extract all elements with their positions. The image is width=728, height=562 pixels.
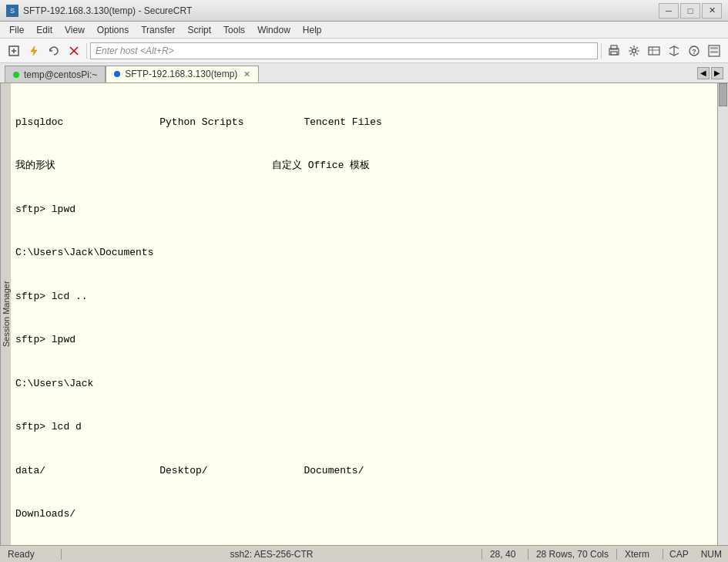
toolbar-lightning-button[interactable]: [25, 42, 43, 60]
titlebar-buttons: ─ □ ✕: [659, 3, 722, 19]
term-line-6: sftp> lpwd: [15, 333, 713, 348]
toolbar-settings-button[interactable]: [625, 42, 643, 60]
svg-rect-10: [611, 52, 617, 55]
status-position: 28, 40: [482, 549, 528, 560]
svg-point-11: [632, 49, 636, 52]
term-line-10: Downloads/: [15, 507, 713, 522]
scrollbar-track[interactable]: [717, 83, 728, 545]
close-button[interactable]: ✕: [702, 3, 722, 19]
svg-text:?: ?: [692, 48, 696, 56]
tab-status-dot: [13, 72, 19, 78]
app-icon: S: [6, 5, 18, 17]
menu-item-file[interactable]: File: [3, 23, 30, 37]
maximize-button[interactable]: □: [680, 3, 700, 19]
svg-marker-5: [31, 46, 37, 56]
term-line-4: C:\Users\Jack\Documents: [15, 246, 713, 261]
terminal-content: plsqldoc Python Scripts Tencent Files 我的…: [15, 86, 713, 545]
menu-item-view[interactable]: View: [59, 23, 91, 37]
tab-sftp[interactable]: SFTP-192.168.3.130(temp) ✕: [106, 66, 259, 82]
session-manager-sidebar[interactable]: Session Manager: [0, 83, 11, 545]
tab-next-button[interactable]: ▶: [711, 67, 723, 79]
minimize-button[interactable]: ─: [659, 3, 679, 19]
tab-centos-label: temp@centosPi:~: [24, 69, 97, 80]
window-title: SFTP-192.168.3.130(temp) - SecureCRT: [23, 5, 659, 16]
toolbar-panel-button[interactable]: [705, 42, 723, 60]
main-wrapper: Session Manager plsqldoc Python Scripts …: [0, 83, 728, 545]
toolbar-disconnect-button[interactable]: [65, 42, 83, 60]
status-ssh: ssh2: AES-256-CTR: [62, 549, 482, 560]
tab-sftp-label: SFTP-192.168.3.130(temp): [125, 69, 237, 79]
tab-sftp-dot: [114, 71, 120, 77]
tab-prev-button[interactable]: ◀: [697, 67, 710, 79]
tab-centos[interactable]: temp@centosPi:~: [5, 66, 106, 82]
terminal-area[interactable]: plsqldoc Python Scripts Tencent Files 我的…: [11, 83, 717, 545]
svg-rect-20: [710, 51, 718, 53]
menu-item-help[interactable]: Help: [297, 23, 328, 37]
svg-rect-12: [649, 47, 659, 55]
toolbar-map-button[interactable]: [645, 42, 663, 60]
scrollbar-thumb[interactable]: [719, 83, 727, 106]
status-ready: Ready: [0, 549, 62, 560]
toolbar-separator-2: [601, 43, 602, 59]
toolbar-reconnect-button[interactable]: [45, 42, 63, 60]
toolbar-new-button[interactable]: [5, 42, 23, 60]
titlebar: S SFTP-192.168.3.130(temp) - SecureCRT ─…: [0, 0, 728, 22]
menu-item-edit[interactable]: Edit: [30, 23, 59, 37]
status-rows-cols: 28 Rows, 70 Cols: [528, 549, 617, 560]
menu-item-window[interactable]: Window: [251, 23, 297, 37]
tab-close-button[interactable]: ✕: [243, 69, 250, 79]
svg-rect-19: [710, 47, 718, 49]
term-line-7: C:\Users\Jack: [15, 377, 713, 392]
statusbar: Ready ssh2: AES-256-CTR 28, 40 28 Rows, …: [0, 545, 728, 562]
toolbar-transfer-button[interactable]: [665, 42, 683, 60]
term-line-1: plsqldoc Python Scripts Tencent Files: [15, 116, 713, 130]
term-line-3: sftp> lpwd: [15, 203, 713, 217]
menu-item-tools[interactable]: Tools: [217, 23, 251, 37]
status-terminal: Xterm: [617, 549, 663, 560]
toolbar-separator-1: [86, 43, 87, 59]
status-cap: CAP: [663, 549, 695, 560]
tab-navigation: ◀ ▶: [697, 67, 723, 79]
menu-item-script[interactable]: Script: [181, 23, 217, 37]
term-line-8: sftp> lcd d: [15, 420, 713, 435]
address-input[interactable]: [90, 42, 598, 59]
menubar: FileEditViewOptionsTransferScriptToolsWi…: [0, 22, 728, 39]
term-line-2: 我的形状 自定义 Office 模板: [15, 159, 713, 173]
menu-item-options[interactable]: Options: [91, 23, 135, 37]
term-line-5: sftp> lcd ..: [15, 290, 713, 305]
status-num: NUM: [695, 549, 728, 560]
svg-text:S: S: [10, 7, 15, 15]
toolbar-help-button[interactable]: ?: [685, 42, 703, 60]
toolbar-print-button[interactable]: [605, 42, 623, 60]
term-line-9: data/ Desktop/ Documents/: [15, 464, 713, 479]
tabbar: temp@centosPi:~ SFTP-192.168.3.130(temp)…: [0, 63, 728, 83]
menu-item-transfer[interactable]: Transfer: [135, 23, 181, 37]
toolbar: ?: [0, 39, 728, 63]
session-manager-label: Session Manager: [2, 281, 11, 348]
